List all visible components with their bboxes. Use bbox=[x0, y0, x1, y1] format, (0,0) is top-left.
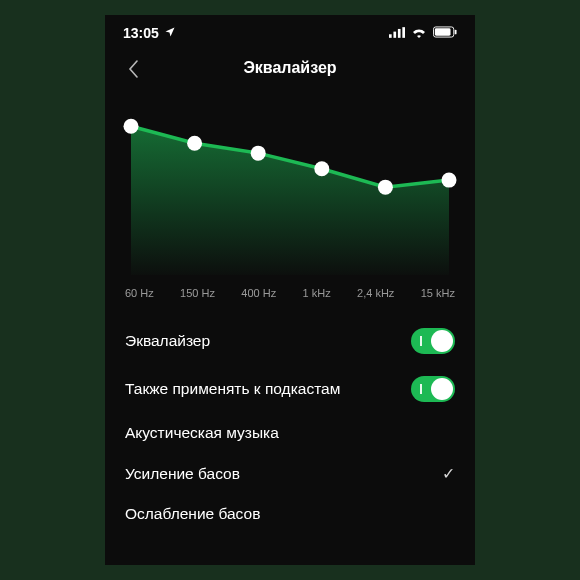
eq-handle-5[interactable] bbox=[442, 173, 457, 188]
chevron-left-icon bbox=[128, 60, 139, 78]
status-bar: 13:05 bbox=[105, 15, 475, 47]
freq-label: 400 Hz bbox=[241, 287, 276, 299]
preset-row[interactable]: Акустическая музыка bbox=[125, 413, 455, 453]
setting-equalizer[interactable]: Эквалайзер bbox=[125, 317, 455, 365]
equalizer-curve[interactable] bbox=[123, 105, 457, 275]
toggle-equalizer[interactable] bbox=[411, 328, 455, 354]
setting-apply-podcasts[interactable]: Также применять к подкастам bbox=[125, 365, 455, 413]
svg-rect-2 bbox=[398, 29, 401, 38]
svg-rect-1 bbox=[393, 32, 396, 38]
preset-label: Акустическая музыка bbox=[125, 424, 279, 442]
freq-label: 150 Hz bbox=[180, 287, 215, 299]
eq-handle-0[interactable] bbox=[124, 119, 139, 134]
eq-handle-3[interactable] bbox=[314, 161, 329, 176]
settings-list: Эквалайзер Также применять к подкастам А… bbox=[105, 299, 475, 534]
setting-label: Также применять к подкастам bbox=[125, 380, 340, 398]
svg-rect-0 bbox=[389, 34, 392, 38]
status-right bbox=[389, 25, 457, 41]
nav-bar: Эквалайзер bbox=[105, 47, 475, 95]
freq-label: 60 Hz bbox=[125, 287, 154, 299]
preset-row[interactable]: Усиление басов✓ bbox=[125, 453, 455, 494]
freq-label: 1 kHz bbox=[303, 287, 331, 299]
toggle-apply-podcasts[interactable] bbox=[411, 376, 455, 402]
eq-handle-1[interactable] bbox=[187, 136, 202, 151]
check-icon: ✓ bbox=[442, 464, 455, 483]
status-left: 13:05 bbox=[123, 25, 176, 41]
svg-rect-6 bbox=[455, 30, 457, 35]
battery-icon bbox=[433, 25, 457, 41]
svg-rect-5 bbox=[435, 28, 451, 35]
signal-icon bbox=[389, 25, 405, 41]
freq-label: 15 kHz bbox=[421, 287, 455, 299]
freq-label: 2,4 kHz bbox=[357, 287, 394, 299]
wifi-icon bbox=[411, 25, 427, 41]
eq-handle-2[interactable] bbox=[251, 146, 266, 161]
setting-label: Эквалайзер bbox=[125, 332, 210, 350]
preset-row[interactable]: Ослабление басов bbox=[125, 494, 455, 534]
preset-label: Усиление басов bbox=[125, 465, 240, 483]
app-screen: 13:05 Эквалайзер bbox=[105, 15, 475, 565]
status-time: 13:05 bbox=[123, 25, 159, 41]
page-title: Эквалайзер bbox=[243, 59, 336, 77]
location-arrow-icon bbox=[164, 25, 176, 41]
eq-handle-4[interactable] bbox=[378, 180, 393, 195]
equalizer-chart[interactable]: 60 Hz150 Hz400 Hz1 kHz2,4 kHz15 kHz bbox=[105, 95, 475, 299]
equalizer-freq-labels: 60 Hz150 Hz400 Hz1 kHz2,4 kHz15 kHz bbox=[123, 275, 457, 299]
preset-label: Ослабление басов bbox=[125, 505, 260, 523]
svg-rect-3 bbox=[402, 27, 405, 38]
back-button[interactable] bbox=[121, 57, 145, 81]
